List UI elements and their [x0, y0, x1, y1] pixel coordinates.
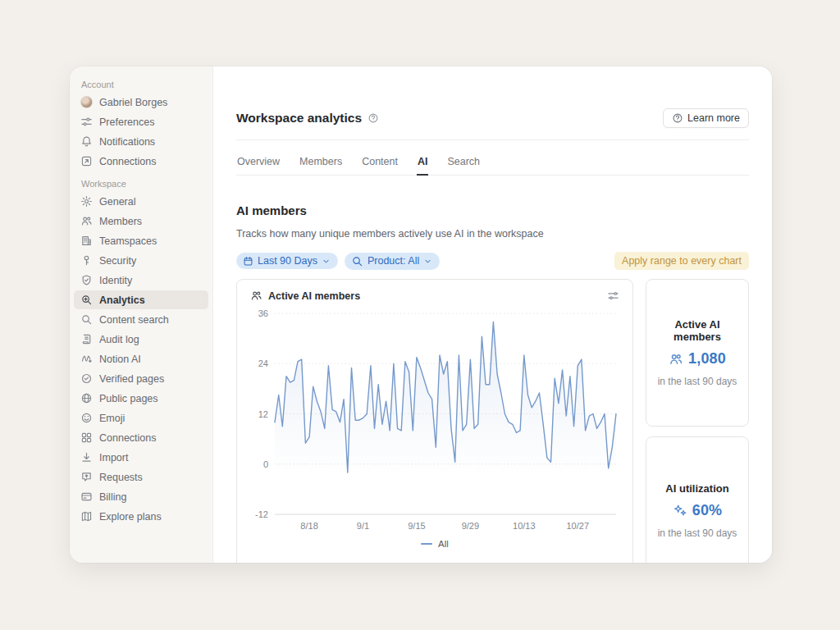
sidebar-item-billing[interactable]: Billing: [74, 487, 208, 506]
globe-icon: [80, 392, 93, 405]
active-ai-members-stat-card: Active AI members 1,080 in the last 90 d…: [646, 279, 749, 427]
svg-text:9/1: 9/1: [357, 521, 369, 530]
sidebar-item-analytics[interactable]: Analytics: [74, 290, 208, 309]
sidebar-item-content-search[interactable]: Content search: [74, 310, 208, 329]
learn-more-button[interactable]: Learn more: [663, 108, 749, 128]
section-description: Tracks how many unique members actively …: [236, 228, 749, 240]
sliders-icon: [80, 116, 93, 129]
sidebar-item-requests[interactable]: Requests: [74, 468, 208, 486]
magnifier-icon: [80, 313, 93, 326]
sidebar-item-connections[interactable]: Connections: [74, 428, 208, 447]
sidebar-item-identity[interactable]: Identity: [74, 271, 208, 290]
tab-search[interactable]: Search: [446, 153, 481, 176]
sidebar-item-general[interactable]: General: [74, 192, 208, 211]
sidebar-item-teamspaces[interactable]: Teamspaces: [74, 231, 208, 250]
chart-options-icon[interactable]: [607, 290, 619, 302]
arrow-up-right-square-icon: [80, 155, 93, 168]
smiley-icon: [80, 412, 93, 425]
sidebar-item-public-pages[interactable]: Public pages: [74, 389, 208, 408]
sidebar-item-verified-pages[interactable]: Verified pages: [74, 369, 208, 388]
sidebar-item-notion-ai[interactable]: Notion AI: [74, 349, 208, 368]
sidebar-item-label: Connections: [99, 156, 157, 167]
stat-value: 60%: [692, 502, 723, 519]
date-range-filter[interactable]: Last 90 Days: [236, 253, 338, 269]
sidebar-item-import[interactable]: Import: [74, 448, 208, 467]
gear-icon: [80, 195, 93, 208]
avatar: [80, 96, 93, 108]
svg-text:9/15: 9/15: [408, 521, 425, 530]
settings-sidebar: AccountGabriel BorgesPreferencesNotifica…: [70, 66, 213, 563]
chevron-down-icon: [423, 257, 432, 266]
date-range-label: Last 90 Days: [258, 255, 317, 267]
sidebar-item-audit-log[interactable]: Audit log: [74, 330, 208, 349]
bell-icon: [80, 135, 93, 148]
sparkles-icon: [673, 503, 687, 518]
sidebar-item-members[interactable]: Members: [74, 212, 208, 231]
section-title: AI members: [236, 203, 749, 217]
magnifier-icon: [351, 255, 363, 267]
people-icon: [80, 215, 93, 228]
chart-card-header: Active AI members: [250, 290, 619, 302]
sidebar-item-label: Notifications: [99, 136, 155, 148]
sidebar-item-label: Teamspaces: [99, 235, 157, 247]
sidebar-item-label: Import: [99, 452, 128, 463]
sidebar-item-label: Connections: [99, 432, 157, 444]
tab-members[interactable]: Members: [299, 153, 343, 176]
credit-card-icon: [80, 491, 93, 504]
header-divider: [236, 139, 749, 140]
chat-up-icon: [80, 471, 93, 484]
sidebar-item-security[interactable]: Security: [74, 251, 208, 270]
sidebar-item-emoji[interactable]: Emoji: [74, 409, 208, 427]
page-title: Workspace analytics: [236, 111, 362, 126]
sidebar-item-label: Security: [99, 255, 136, 267]
apply-range-button[interactable]: Apply range to every chart: [614, 252, 749, 270]
help-icon[interactable]: [368, 112, 379, 124]
svg-text:-12: -12: [255, 509, 268, 519]
learn-more-label: Learn more: [687, 112, 740, 124]
help-circle-icon: [672, 112, 683, 124]
avatar-icon: [80, 96, 93, 109]
sidebar-item-label: Emoji: [99, 413, 125, 424]
ai-utilization-stat-card: AI utilization 60% in the last 90 days: [646, 436, 749, 563]
sidebar-item-label: Notion AI: [99, 354, 141, 365]
stat-value-row: 60%: [673, 502, 723, 519]
sidebar-item-gabriel-borges[interactable]: Gabriel Borges: [74, 93, 208, 112]
settings-window: AccountGabriel BorgesPreferencesNotifica…: [70, 66, 772, 563]
svg-text:12: 12: [258, 409, 268, 419]
tab-content[interactable]: Content: [361, 153, 399, 176]
sidebar-section-label: Workspace: [81, 179, 212, 189]
tab-ai[interactable]: AI: [417, 153, 429, 176]
download-icon: [80, 451, 93, 464]
filters-row: Last 90 Days Product: All Apply range to…: [236, 252, 749, 270]
svg-text:10/27: 10/27: [566, 521, 589, 530]
ai-squiggle-icon: [80, 353, 93, 366]
people-icon: [250, 290, 262, 302]
tab-overview[interactable]: Overview: [236, 153, 281, 176]
sidebar-item-label: Audit log: [99, 334, 139, 345]
active-ai-members-line-chart: -1201224368/189/19/159/2910/1310/27: [250, 302, 621, 530]
product-filter[interactable]: Product: All: [345, 253, 440, 270]
sidebar-item-label: Analytics: [99, 294, 145, 306]
sidebar-item-label: Members: [99, 216, 142, 227]
sidebar-section-label: Account: [81, 80, 212, 89]
stat-cards-column: Active AI members 1,080 in the last 90 d…: [646, 279, 749, 563]
chevron-down-icon: [322, 257, 331, 266]
sidebar-item-preferences[interactable]: Preferences: [74, 112, 208, 131]
product-filter-label: Product: All: [368, 255, 419, 267]
sidebar-item-label: Content search: [99, 314, 169, 326]
stat-caption: in the last 90 days: [658, 376, 737, 387]
sidebar-item-notifications[interactable]: Notifications: [74, 132, 208, 151]
cards-row: Active AI members -1201224368/189/19/159…: [236, 279, 749, 563]
sidebar-item-connections[interactable]: Connections: [74, 152, 208, 171]
sidebar-item-explore-plans[interactable]: Explore plans: [74, 507, 208, 526]
svg-text:8/18: 8/18: [300, 521, 317, 530]
magnifier-plus-icon: [80, 294, 93, 307]
main-panel: Workspace analytics Learn more OverviewM…: [213, 66, 772, 563]
building-icon: [80, 235, 93, 248]
calendar-icon: [243, 256, 253, 267]
stat-title: AI utilization: [665, 482, 728, 495]
grid-icon: [80, 431, 93, 445]
sidebar-item-label: Public pages: [99, 393, 158, 404]
stat-caption: in the last 90 days: [658, 527, 737, 539]
stat-value: 1,080: [688, 350, 726, 368]
